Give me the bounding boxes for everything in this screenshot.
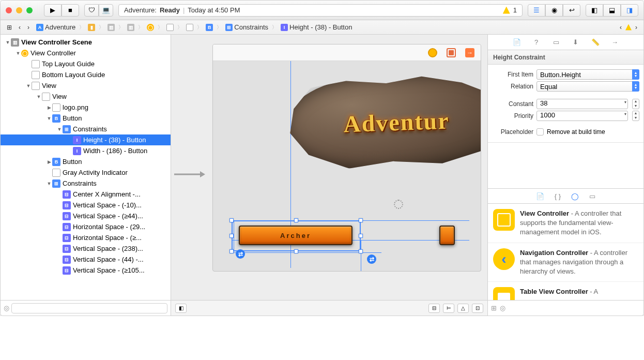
height-constraint-row[interactable]: IHeight - (38) - Button [1, 134, 171, 145]
c-hs1-row[interactable]: ⊟Horizontal Space - (29... [1, 221, 171, 232]
interface-builder-canvas[interactable]: → Adventur Ar [171, 35, 487, 300]
resize-handle[interactable] [359, 249, 363, 253]
close-window[interactable] [6, 7, 12, 13]
toggle-navigator[interactable]: ◧ [586, 4, 603, 17]
warning-icon[interactable] [503, 7, 510, 14]
minimize-window[interactable] [16, 7, 22, 13]
jb-prev-issue[interactable]: ‹ [617, 22, 625, 33]
related-items[interactable]: ⊞ [4, 22, 15, 33]
scheme-group[interactable]: 🛡 💻 [84, 4, 113, 17]
vc-row[interactable]: ▼◯View Controller [1, 48, 171, 58]
constant-field[interactable]: 38▾ [536, 99, 628, 109]
code-snippets-tab[interactable]: { } [555, 192, 561, 200]
jb-project[interactable]: AAdventure [33, 22, 79, 33]
standard-editor[interactable]: ☰ [528, 4, 545, 17]
jb-vc[interactable]: ◯ [144, 22, 157, 33]
logo-row[interactable]: ▶logo.png [1, 102, 171, 113]
jump-bar[interactable]: ⊞ ‹ › AAdventure 〉 ▮ 〉 ▥ 〉 ▥ 〉 ◯ 〉 〉 〉 B… [1, 20, 643, 35]
jb-folder[interactable]: ▮ [85, 22, 98, 33]
scene-row[interactable]: ▼▥View Controller Scene [1, 37, 171, 48]
view1-row[interactable]: ▼View [1, 80, 171, 91]
c-hs2-row[interactable]: ⊟Horizontal Space - (≥... [1, 232, 171, 243]
view-controller-frame[interactable]: → Adventur Ar [212, 44, 481, 272]
resize-handle[interactable] [229, 234, 234, 238]
second-button[interactable] [439, 226, 455, 245]
object-library[interactable]: View Controller - A controller that supp… [488, 204, 643, 300]
activity-indicator-row[interactable]: Gray Activity Indicator [1, 167, 171, 178]
attributes-inspector-tab[interactable]: ⬇ [571, 38, 580, 47]
c-vs4-row[interactable]: ⊟Vertical Space - (44) -... [1, 254, 171, 265]
resize-handle[interactable] [294, 218, 298, 222]
jb-button[interactable]: B [203, 22, 216, 33]
stop-button[interactable]: ■ [62, 4, 79, 17]
jb-view1[interactable] [163, 22, 177, 33]
archer-button[interactable]: Archer [239, 226, 352, 245]
outline-tree[interactable]: ▼▥View Controller Scene ▼◯View Controlle… [1, 35, 171, 300]
c-vs5-row[interactable]: ⊟Vertical Space - (≥105... [1, 265, 171, 276]
zoom-window[interactable] [26, 7, 33, 13]
jb-next-issue[interactable]: › [632, 22, 640, 33]
lib-nav-controller[interactable]: ‹ Navigation Controller - A controller t… [488, 243, 643, 282]
identity-inspector-tab[interactable]: ▭ [551, 38, 561, 47]
constraint-badge[interactable]: ⇄ [367, 254, 376, 264]
placeholder-checkbox[interactable] [536, 128, 544, 136]
button1-row[interactable]: ▼BButton [1, 113, 171, 124]
resize-handle[interactable] [359, 218, 363, 222]
grid-view-icon[interactable]: ⊞ [491, 304, 497, 312]
media-tab[interactable]: ▭ [589, 192, 595, 200]
align-button[interactable]: ⊟ [428, 304, 440, 313]
help-inspector-tab[interactable]: ? [532, 38, 541, 47]
width-constraint-row[interactable]: IWidth - (186) - Button [1, 145, 171, 156]
version-editor[interactable]: ↩ [563, 4, 580, 17]
relation-select[interactable]: Equal▲▼ [536, 81, 639, 92]
lib-table-controller[interactable]: Table View Controller - A [488, 282, 643, 300]
run-button[interactable]: ▶ [44, 4, 62, 17]
scene-dock[interactable]: → [213, 44, 481, 61]
constant-stepper[interactable]: ▲▼ [632, 99, 639, 109]
resize-handle[interactable] [229, 249, 234, 253]
outline-filter-input[interactable] [11, 303, 167, 313]
connections-inspector-tab[interactable]: → [610, 38, 620, 47]
jb-issue-icon[interactable] [625, 24, 632, 31]
nav-back[interactable]: ‹ [16, 22, 24, 33]
toggle-outline-button[interactable]: ◧ [175, 304, 187, 313]
button2-row[interactable]: ▶BButton [1, 156, 171, 167]
lib-view-controller[interactable]: View Controller - A controller that supp… [488, 204, 643, 243]
view2-row[interactable]: ▼View [1, 91, 171, 102]
logo-image[interactable]: Adventur [284, 72, 481, 173]
resolve-issues-button[interactable]: △ [457, 304, 469, 313]
vc-dock-icon[interactable] [428, 48, 437, 57]
jb-scene[interactable]: ▥ [124, 22, 137, 33]
jb-view2[interactable] [183, 22, 196, 33]
constraints2-row[interactable]: ▼⊞Constraints [1, 178, 171, 189]
objects-tab[interactable]: ◯ [571, 192, 579, 200]
file-templates-tab[interactable]: 📄 [536, 192, 544, 200]
toggle-inspector[interactable]: ◨ [621, 4, 638, 17]
file-inspector-tab[interactable]: 📄 [512, 38, 522, 47]
resize-handle[interactable] [359, 234, 363, 238]
c-vs2-row[interactable]: ⊟Vertical Space - (≥44)... [1, 211, 171, 221]
activity-indicator[interactable] [394, 200, 403, 209]
constraints1-row[interactable]: ▼⊞Constraints [1, 124, 171, 134]
c-vs3-row[interactable]: ⊟Vertical Space - (238)... [1, 243, 171, 254]
resizing-button[interactable]: ⊡ [472, 304, 483, 313]
jb-storyboard[interactable]: ▥ [104, 22, 118, 33]
filter-icon[interactable]: ◎ [500, 304, 505, 312]
priority-field[interactable]: 1000▾ [536, 111, 628, 121]
constraint-badge[interactable]: ⇄ [236, 249, 245, 259]
pin-button[interactable]: ⊢ [443, 304, 454, 313]
toggle-debug[interactable]: ⬓ [603, 4, 621, 17]
jb-height-constraint[interactable]: IHeight - (38) - Button [278, 22, 355, 33]
resize-handle[interactable] [229, 218, 234, 222]
first-responder-icon[interactable] [447, 48, 456, 57]
priority-stepper[interactable]: ▲▼ [632, 111, 639, 121]
c-centerx-row[interactable]: ⊟Center X Alignment -... [1, 189, 171, 200]
first-item-select[interactable]: Button.Height▲▼ [536, 69, 639, 80]
size-inspector-tab[interactable]: 📏 [591, 38, 600, 47]
bottom-guide-row[interactable]: Bottom Layout Guide [1, 69, 171, 80]
top-guide-row[interactable]: Top Layout Guide [1, 58, 171, 69]
resize-handle[interactable] [294, 249, 298, 253]
exit-icon[interactable]: → [465, 48, 474, 57]
jb-constraints[interactable]: ⊞Constraints [222, 22, 271, 33]
c-vs1-row[interactable]: ⊟Vertical Space - (-10)... [1, 200, 171, 211]
